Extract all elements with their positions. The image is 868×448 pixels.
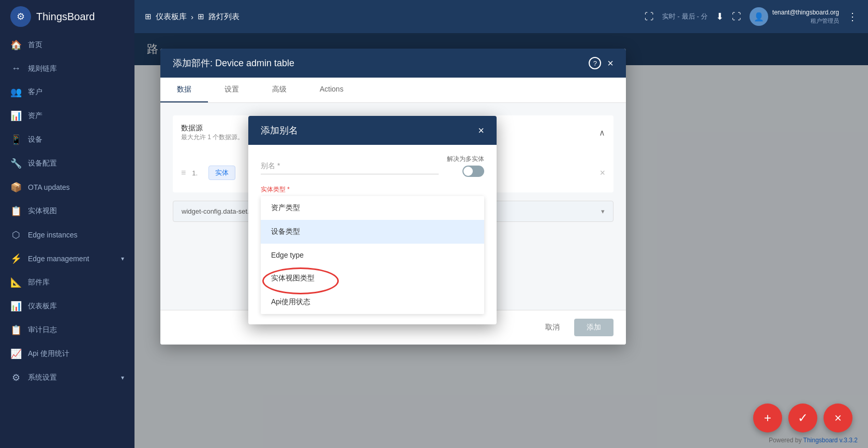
alias-input[interactable] bbox=[261, 157, 439, 174]
download-icon[interactable]: ⬇ bbox=[716, 11, 724, 22]
alias-close-icon[interactable]: × bbox=[478, 125, 484, 137]
row-delete-icon[interactable]: × bbox=[600, 168, 605, 178]
user-section: 👤 tenant@thingsboard.org 租户管理员 bbox=[750, 7, 839, 26]
dropdown-item-asset-type[interactable]: 资产类型 bbox=[261, 196, 484, 220]
type-error-area: 实体类型 * bbox=[261, 185, 484, 194]
dialog-widget-actions: ? × bbox=[589, 57, 613, 69]
toggle-thumb bbox=[463, 167, 473, 176]
add-button[interactable]: 添加 bbox=[574, 319, 613, 336]
tab-advanced[interactable]: 高级 bbox=[256, 78, 303, 102]
sidebar-item-device-profiles[interactable]: 🔧 设备配置 bbox=[0, 152, 134, 175]
section-title: 数据源 bbox=[181, 124, 244, 133]
sidebar-item-devices[interactable]: 📱 设备 bbox=[0, 128, 134, 152]
resolve-toggle[interactable] bbox=[462, 166, 484, 177]
sidebar-item-label: Edge management bbox=[28, 255, 89, 263]
breadcrumb: ⊞ 仪表板库 › ⊞ 路灯列表 bbox=[145, 12, 240, 22]
sidebar-item-label: 实体视图 bbox=[28, 206, 57, 216]
help-icon: ? bbox=[593, 59, 597, 67]
user-info: tenant@thingsboard.org 租户管理员 bbox=[772, 8, 839, 25]
sidebar-item-label: 审计日志 bbox=[28, 325, 57, 335]
section-toggle[interactable]: ∧ bbox=[599, 128, 605, 138]
sidebar-item-ota[interactable]: 📦 OTA updates bbox=[0, 175, 134, 199]
section-title-area: 数据源 最大允许 1 个数据源。 bbox=[181, 124, 244, 142]
api-icon: 📈 bbox=[10, 348, 22, 360]
sidebar-item-label: 客户 bbox=[28, 87, 42, 97]
fab-add-button[interactable]: + bbox=[753, 404, 782, 432]
breadcrumb-icon-dashboard: ⊞ bbox=[145, 12, 152, 21]
fab-container: + ✓ × bbox=[753, 404, 852, 432]
help-button[interactable]: ? bbox=[589, 57, 601, 69]
row-number: 1. bbox=[192, 169, 202, 177]
system-settings-icon: ⚙ bbox=[10, 372, 22, 383]
tab-data[interactable]: 数据 bbox=[160, 78, 208, 102]
sidebar-item-dashboards[interactable]: 📊 仪表板库 bbox=[0, 294, 134, 318]
sidebar-item-api-usage[interactable]: 📈 Api 使用统计 bbox=[0, 342, 134, 366]
alias-body: 解决为多实体 实体类型 * 资产类型 设备 bbox=[248, 145, 497, 324]
sidebar-item-label: 设备 bbox=[28, 135, 42, 144]
sidebar-item-home[interactable]: 🏠 首页 bbox=[0, 33, 134, 57]
customers-icon: 👥 bbox=[10, 86, 22, 98]
topbar-right: ⛶ 实时 - 最后 - 分 ⬇ ⛶ 👤 tenant@thingsboard.o… bbox=[645, 7, 858, 26]
drag-handle-icon[interactable]: ≡ bbox=[181, 168, 186, 177]
sidebar-item-label: Api 使用统计 bbox=[28, 349, 69, 359]
type-error-label: 实体类型 * bbox=[261, 185, 484, 194]
logo-icon: ⚙ bbox=[10, 6, 31, 27]
cancel-button[interactable]: 取消 bbox=[537, 319, 568, 336]
edge-management-icon: ⚡ bbox=[10, 253, 22, 264]
expand-icon[interactable]: ⛶ bbox=[732, 11, 741, 22]
widgets-icon: 📐 bbox=[10, 277, 22, 288]
chevron-down-icon-config: ▾ bbox=[601, 207, 605, 215]
alias-input-wrapper bbox=[261, 157, 439, 174]
fab-cancel-button[interactable]: × bbox=[824, 404, 852, 432]
topbar: ⊞ 仪表板库 › ⊞ 路灯列表 ⛶ 实时 - 最后 - 分 ⬇ ⛶ 👤 tena… bbox=[134, 0, 868, 33]
sidebar-item-widgets[interactable]: 📐 部件库 bbox=[0, 271, 134, 294]
avatar: 👤 bbox=[750, 7, 768, 26]
entity-tag[interactable]: 实体 bbox=[208, 166, 235, 180]
breadcrumb-dashboards[interactable]: 仪表板库 bbox=[156, 12, 187, 22]
sidebar-item-edge-instances[interactable]: ⬡ Edge instances bbox=[0, 223, 134, 247]
dropdown-item-entity-view-type[interactable]: 实体视图类型 bbox=[261, 266, 484, 290]
user-role: 租户管理员 bbox=[772, 17, 839, 25]
dropdown-item-edge-type[interactable]: Edge type bbox=[261, 244, 484, 266]
sidebar-item-entity-view[interactable]: 📋 实体视图 bbox=[0, 199, 134, 223]
home-icon: 🏠 bbox=[10, 39, 22, 51]
sidebar-item-label: 部件库 bbox=[28, 278, 50, 287]
breadcrumb-separator: › bbox=[191, 12, 193, 21]
fullscreen-icon[interactable]: ⛶ bbox=[645, 11, 654, 22]
resolve-label: 解决为多实体 bbox=[447, 155, 484, 163]
alias-title: 添加别名 bbox=[261, 124, 298, 137]
breadcrumb-list[interactable]: 路灯列表 bbox=[208, 12, 240, 22]
edge-instances-icon: ⬡ bbox=[10, 229, 22, 241]
tab-settings[interactable]: 设置 bbox=[208, 78, 256, 102]
device-profiles-icon: 🔧 bbox=[10, 158, 22, 169]
dashboards-icon: 📊 bbox=[10, 301, 22, 312]
dialog-add-alias: 添加别名 × 解决为多实体 实体类型 bbox=[248, 116, 497, 324]
breadcrumb-icon-list: ⊞ bbox=[198, 12, 204, 21]
sidebar-item-system-settings[interactable]: ⚙ 系统设置 ▾ bbox=[0, 366, 134, 390]
fab-confirm-button[interactable]: ✓ bbox=[788, 404, 817, 432]
resolve-toggle-area: 解决为多实体 bbox=[447, 155, 484, 177]
app-logo[interactable]: ⚙ ThingsBoard bbox=[0, 0, 134, 33]
sidebar-item-audit-log[interactable]: 📋 审计日志 bbox=[0, 318, 134, 342]
sidebar-item-assets[interactable]: 📊 资产 bbox=[0, 104, 134, 128]
dialog-widget-tabs: 数据 设置 高级 Actions bbox=[160, 78, 626, 103]
alias-field-row: 解决为多实体 bbox=[261, 155, 484, 177]
section-subtitle: 最大允许 1 个数据源。 bbox=[181, 133, 244, 142]
dropdown-item-api-usage[interactable]: Api使用状态 bbox=[261, 290, 484, 314]
dropdown-item-device-type[interactable]: 设备类型 bbox=[261, 220, 484, 244]
menu-icon[interactable]: ⋮ bbox=[847, 10, 858, 23]
app-name: ThingsBoard bbox=[36, 11, 95, 23]
alias-header: 添加别名 × bbox=[248, 116, 497, 145]
sidebar-item-edge-management[interactable]: ⚡ Edge management ▾ bbox=[0, 247, 134, 271]
sidebar-item-rules[interactable]: ↔ 规则链库 bbox=[0, 57, 134, 80]
sidebar-item-label: 资产 bbox=[28, 111, 42, 121]
time-label: 实时 - 最后 - 分 bbox=[662, 12, 708, 21]
assets-icon: 📊 bbox=[10, 110, 22, 122]
chevron-down-icon-settings: ▾ bbox=[121, 374, 124, 381]
tab-actions[interactable]: Actions bbox=[303, 78, 360, 102]
rules-icon: ↔ bbox=[10, 63, 22, 74]
dialog-widget-close[interactable]: × bbox=[607, 57, 613, 69]
sidebar-item-customers[interactable]: 👥 客户 bbox=[0, 80, 134, 104]
main-content: 路 添加部件: Device admin table ? × 数据 设置 高级 bbox=[134, 33, 868, 448]
ota-icon: 📦 bbox=[10, 182, 22, 193]
